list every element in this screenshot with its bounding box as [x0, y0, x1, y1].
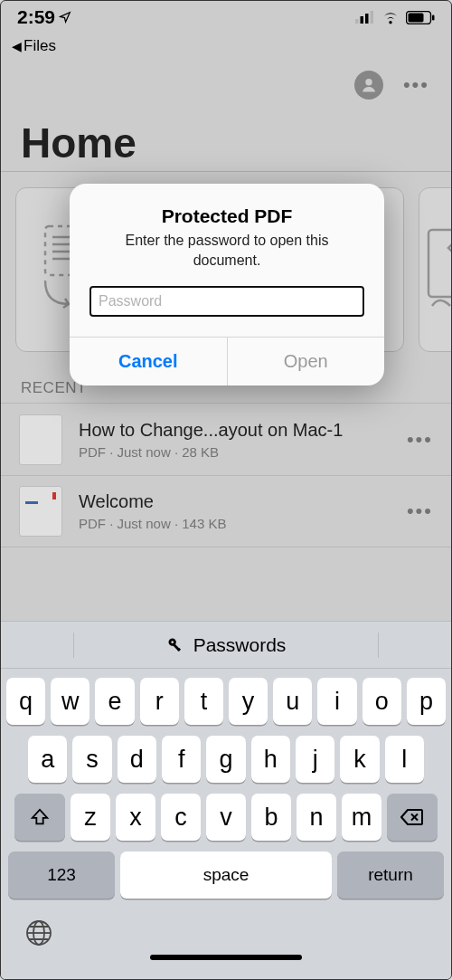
key-m[interactable]: m	[342, 794, 381, 841]
key-w[interactable]: w	[51, 678, 89, 725]
password-input[interactable]	[89, 286, 364, 317]
globe-icon	[24, 918, 53, 947]
key-f[interactable]: f	[162, 736, 201, 783]
space-key[interactable]: space	[120, 852, 332, 899]
globe-key[interactable]	[24, 918, 53, 951]
keyboard-row-1: q w e r t y u i o p	[6, 678, 446, 725]
password-alert: Protected PDF Enter the password to open…	[70, 184, 384, 385]
autofill-passwords-button[interactable]: Passwords	[1, 622, 451, 669]
keyboard: Passwords q w e r t y u i o p a s d f g …	[1, 621, 451, 979]
open-button[interactable]: Open	[228, 338, 385, 385]
key-g[interactable]: g	[206, 736, 245, 783]
key-z[interactable]: z	[71, 794, 110, 841]
alert-buttons: Cancel Open	[70, 337, 384, 385]
key-y[interactable]: y	[229, 678, 268, 725]
key-v[interactable]: v	[206, 794, 246, 841]
key-q[interactable]: q	[6, 678, 45, 725]
key-i[interactable]: i	[317, 678, 356, 725]
keyboard-footer	[1, 906, 451, 969]
cancel-button[interactable]: Cancel	[70, 338, 228, 385]
key-b[interactable]: b	[251, 794, 291, 841]
svg-point-15	[171, 641, 174, 643]
numbers-key[interactable]: 123	[8, 852, 115, 899]
key-o[interactable]: o	[363, 678, 401, 725]
shift-key[interactable]	[14, 794, 65, 841]
key-k[interactable]: k	[340, 736, 379, 783]
backspace-icon	[400, 808, 424, 826]
key-s[interactable]: s	[72, 736, 111, 783]
key-c[interactable]: c	[161, 794, 201, 841]
keyboard-row-3: z x c v b n m	[6, 794, 446, 841]
alert-message: Enter the password to open this document…	[89, 231, 364, 270]
alert-title: Protected PDF	[89, 205, 364, 227]
key-u[interactable]: u	[273, 678, 312, 725]
backspace-key[interactable]	[387, 794, 438, 841]
shift-icon	[30, 807, 50, 827]
key-icon	[166, 636, 184, 654]
key-j[interactable]: j	[296, 736, 334, 783]
key-l[interactable]: l	[385, 736, 424, 783]
key-h[interactable]: h	[251, 736, 290, 783]
key-p[interactable]: p	[407, 678, 446, 725]
key-d[interactable]: d	[118, 736, 156, 783]
home-indicator[interactable]	[150, 955, 302, 960]
keyboard-row-2: a s d f g h j k l	[6, 736, 446, 783]
key-e[interactable]: e	[95, 678, 134, 725]
key-r[interactable]: r	[140, 678, 179, 725]
key-n[interactable]: n	[297, 794, 336, 841]
autofill-label: Passwords	[193, 634, 287, 656]
key-a[interactable]: a	[28, 736, 67, 783]
return-key[interactable]: return	[337, 852, 444, 899]
key-t[interactable]: t	[184, 678, 223, 725]
key-x[interactable]: x	[116, 794, 155, 841]
keyboard-row-4: 123 space return	[6, 852, 446, 899]
